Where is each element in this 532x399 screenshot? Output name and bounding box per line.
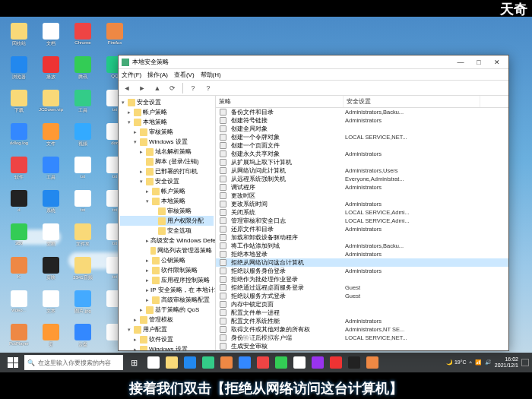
desktop-icon[interactable]: 腾讯 — [70, 56, 96, 85]
desktop-icon[interactable]: PotPlayer — [6, 324, 32, 353]
policy-row[interactable]: 拒绝通过远程桌面服务登录Guest — [216, 283, 508, 292]
col-setting[interactable]: 安全设置 — [344, 96, 480, 107]
export-button[interactable]: ? — [188, 83, 198, 93]
policy-row[interactable]: 创建符号链接Administrators — [216, 116, 508, 125]
desktop-icon[interactable]: K — [6, 257, 32, 286]
desktop-icon[interactable]: 下载 — [6, 90, 32, 119]
tree-node[interactable]: ▸管理模板 — [120, 315, 214, 325]
tree-node[interactable]: ▾安全设置 — [120, 97, 214, 107]
tree-node[interactable]: ▸应用程序控制策略 — [120, 275, 214, 285]
desktop-icon[interactable]: 2341音频 — [70, 257, 96, 286]
policy-row[interactable]: 管理审核和安全日志LOCAL SERVICE,Admi... — [216, 217, 508, 225]
policy-row[interactable]: 拒绝从网络访问这台计算机 — [216, 258, 508, 267]
policy-row[interactable]: 拒绝作为批处理作业登录 — [216, 275, 508, 283]
tree-node[interactable]: 审核策略 — [120, 206, 214, 216]
tree-node[interactable]: ▸已部署的打印机 — [120, 166, 214, 176]
notification-button[interactable] — [521, 359, 529, 366]
desktop-icon[interactable]: 云盘 — [70, 324, 96, 353]
policy-row[interactable]: 配置文件单一进程 — [216, 309, 508, 317]
taskbar-app[interactable] — [254, 354, 272, 371]
desktop-icon[interactable]: ddlog.log — [6, 123, 32, 152]
policy-row[interactable]: 从网络访问此计算机Administrators,Users — [216, 166, 508, 175]
taskbar-app[interactable] — [327, 354, 345, 371]
menu-view[interactable]: 查看(V) — [174, 71, 195, 79]
taskbar-app[interactable] — [199, 354, 217, 371]
tree-node[interactable]: 网络列表管理器策略 — [120, 245, 214, 255]
tree-node[interactable]: ▸Windows 设置 — [120, 344, 214, 350]
taskbar-app[interactable] — [345, 354, 363, 371]
clock[interactable]: 16:02 2021/12/1 — [495, 356, 518, 368]
taskbar-app[interactable] — [309, 354, 327, 371]
tree-node[interactable]: ▸基于策略的 QoS — [120, 305, 214, 315]
desktop-icon[interactable]: 软件 — [6, 157, 32, 185]
policy-row[interactable]: 关闭系统LOCAL SERVICE,Admi... — [216, 208, 508, 217]
policy-row[interactable]: 更改系统时间Administrators — [216, 200, 508, 208]
help-button[interactable]: ? — [203, 83, 214, 93]
policy-row[interactable]: 加载和卸载设备驱动程序 — [216, 233, 508, 242]
tree-node[interactable]: ▸IP 安全策略，在 本地计算机 — [120, 285, 214, 295]
menu-action[interactable]: 操作(A) — [147, 71, 168, 79]
desktop-icon[interactable]: 剪映 — [38, 257, 64, 286]
tree-node[interactable]: ▸域名解析策略 — [120, 147, 214, 157]
tree-node[interactable]: ▸帐户策略 — [120, 186, 214, 196]
tree-node[interactable]: ▸审核策略 — [120, 127, 214, 137]
volume-icon[interactable]: 🔊 — [485, 359, 492, 366]
desktop-icon[interactable]: 浏览器 — [6, 56, 32, 85]
fwd-button[interactable]: ► — [137, 83, 147, 93]
tray-chevron-icon[interactable]: ^ — [470, 360, 472, 366]
taskbar-app[interactable] — [163, 354, 181, 371]
policy-row[interactable]: 创建一个令牌对象LOCAL SERVICE,NET... — [216, 133, 508, 141]
tree-node[interactable]: ▸帐户策略 — [120, 107, 214, 117]
desktop-icon[interactable]: 文件夹 — [70, 223, 96, 252]
tree-node[interactable]: ▾安全设置 — [120, 176, 214, 186]
tree-node[interactable]: ▾本地策略 — [120, 117, 214, 127]
policy-row[interactable]: 更改时区 — [216, 192, 508, 200]
desktop-icon[interactable]: 系统 — [38, 190, 64, 219]
taskbar-app[interactable] — [290, 354, 309, 371]
tree-node[interactable]: 用户权限分配 — [120, 216, 214, 226]
start-button[interactable] — [3, 354, 23, 371]
system-tray[interactable]: 🌙 19°C ^ 📶 🔊 16:02 2021/12/1 — [446, 356, 529, 368]
weather-widget[interactable]: 🌙 19°C — [446, 359, 467, 366]
menu-help[interactable]: 帮助(H) — [201, 71, 221, 79]
tree-node[interactable]: ▸高级安全 Windows Defender 防火墙 — [120, 236, 214, 245]
close-button[interactable]: ✕ — [489, 57, 505, 68]
policy-row[interactable]: 拒绝以服务方式登录Guest — [216, 292, 508, 300]
policy-row[interactable]: 从远程系统强制关机Everyone,Administrat... — [216, 175, 508, 183]
policy-list[interactable]: 策略 安全设置 备份文件和目录Administrators,Backu...创建… — [216, 96, 508, 350]
desktop-icon[interactable]: Firefox — [102, 23, 128, 52]
taskbar-app[interactable] — [217, 354, 236, 371]
taskbar-app[interactable] — [272, 354, 290, 371]
policy-row[interactable]: 创建永久共享对象Administrators — [216, 150, 508, 158]
menu-file[interactable]: 文件(F) — [122, 71, 141, 79]
policy-row[interactable]: 拒绝以服务身份登录Administrators — [216, 267, 508, 275]
desktop-icon[interactable]: 回收站 — [6, 23, 32, 52]
maximize-button[interactable]: □ — [470, 57, 487, 68]
desktop-icon[interactable]: Chrome — [70, 23, 96, 52]
desktop-icon[interactable]: JCDown.vip — [38, 90, 64, 119]
policy-row[interactable]: 内存中锁定页面 — [216, 300, 508, 309]
policy-row[interactable]: 将工作站添加到域Administrators,Backu... — [216, 242, 508, 250]
tree-node[interactable]: ▾Windows 设置 — [120, 137, 214, 147]
back-button[interactable]: ◄ — [122, 83, 132, 93]
taskbar-app[interactable] — [144, 354, 163, 371]
desktop-icon[interactable]: 剪 — [38, 324, 64, 353]
desktop-icon[interactable]: d — [6, 190, 32, 219]
policy-row[interactable]: 创建全局对象 — [216, 125, 508, 133]
taskbar-app[interactable] — [181, 354, 199, 371]
desktop-icon[interactable]: 360 — [6, 223, 32, 252]
desktop-icon[interactable]: txt — [70, 190, 96, 219]
policy-row[interactable]: 创建一个页面文件 — [216, 141, 508, 150]
tree-panel[interactable]: ▾安全设置▸帐户策略▾本地策略▸审核策略▾Windows 设置▸域名解析策略脚本… — [119, 96, 216, 350]
desktop-icon[interactable]: 文件 — [38, 123, 64, 152]
taskbar-app[interactable] — [363, 354, 382, 371]
policy-row[interactable]: 拒绝本地登录Administrators — [216, 250, 508, 258]
refresh-button[interactable]: ⟳ — [167, 83, 178, 93]
desktop-icon[interactable]: 工具 — [70, 90, 96, 119]
desktop-icon[interactable]: 视频 — [70, 123, 96, 152]
policy-row[interactable]: 备份文件和目录Administrators,Backu... — [216, 108, 508, 116]
desktop-icon[interactable]: txt — [70, 157, 96, 185]
desktop-icon[interactable]: 图片.jpg — [70, 290, 96, 319]
taskbar-app[interactable] — [236, 354, 254, 371]
tree-node[interactable]: ▸软件设置 — [120, 334, 214, 344]
